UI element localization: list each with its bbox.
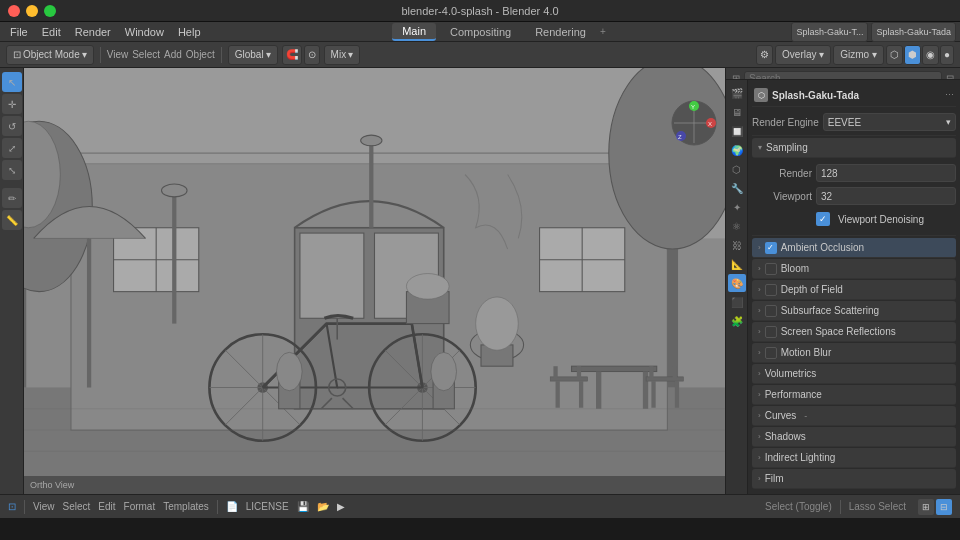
prop-icon-particles[interactable]: ✦ — [728, 198, 746, 216]
status-editor-icon[interactable]: ⊡ — [8, 501, 16, 512]
mix-selector[interactable]: Mix ▾ — [324, 45, 361, 65]
prop-icon-render[interactable]: 🎨 — [728, 274, 746, 292]
prop-icon-modifier[interactable]: 🔧 — [728, 179, 746, 197]
viewport[interactable]: X Y Z Ortho View — [24, 68, 725, 494]
vol-arrow: › — [758, 369, 761, 378]
menu-file[interactable]: File — [4, 24, 34, 40]
select-label[interactable]: Select — [132, 49, 160, 60]
workspace-btn-2[interactable]: Splash-Gaku-Tada — [871, 22, 956, 42]
tool-annotate[interactable]: ✏ — [2, 188, 22, 208]
ambient-occlusion-header[interactable]: › ✓ Ambient Occlusion — [752, 238, 956, 258]
film-header[interactable]: › Film — [752, 469, 956, 489]
render-samples-field[interactable]: 128 — [816, 164, 956, 182]
menu-help[interactable]: Help — [172, 24, 207, 40]
bloom-checkbox[interactable] — [765, 263, 777, 275]
mix-label: Mix — [331, 49, 347, 60]
tool-move[interactable]: ✛ — [2, 94, 22, 114]
prop-icon-world[interactable]: 🌍 — [728, 141, 746, 159]
tab-compositing[interactable]: Compositing — [440, 24, 521, 40]
ao-arrow: › — [758, 243, 761, 252]
outliner-filter-icon[interactable]: ⊟ — [946, 73, 954, 80]
maximize-button[interactable] — [44, 5, 56, 17]
curves-header[interactable]: › Curves - — [752, 406, 956, 426]
bloom-header[interactable]: › Bloom — [752, 259, 956, 279]
tool-measure[interactable]: 📏 — [2, 210, 22, 230]
window-controls[interactable] — [8, 5, 56, 17]
tab-add[interactable]: + — [600, 26, 606, 37]
menu-edit[interactable]: Edit — [36, 24, 67, 40]
status-open-icon[interactable]: 📂 — [317, 501, 329, 512]
proportional-btn[interactable]: ⊙ — [304, 45, 320, 65]
tab-main[interactable]: Main — [392, 23, 436, 41]
close-button[interactable] — [8, 5, 20, 17]
shading-render[interactable]: ● — [940, 45, 954, 65]
prop-more-icon[interactable]: ⋯ — [945, 90, 954, 100]
tool-cursor[interactable]: ↖ — [2, 72, 22, 92]
layout-btn-1[interactable]: ⊞ — [918, 499, 934, 515]
status-play-icon[interactable]: ▶ — [337, 501, 345, 512]
status-templates-label: Templates — [163, 501, 209, 512]
status-save-icon[interactable]: 💾 — [297, 501, 309, 512]
tool-rotate[interactable]: ↺ — [2, 116, 22, 136]
prop-icon-physics[interactable]: ⚛ — [728, 217, 746, 235]
transform-selector[interactable]: Global ▾ — [228, 45, 278, 65]
minimize-button[interactable] — [26, 5, 38, 17]
render-engine-field[interactable]: EEVEE ▾ — [823, 113, 956, 131]
mode-selector[interactable]: ⊡ Object Mode ▾ — [6, 45, 94, 65]
svg-rect-54 — [675, 381, 679, 408]
tab-rendering[interactable]: Rendering — [525, 24, 596, 40]
ssr-checkbox[interactable] — [765, 326, 777, 338]
view-options[interactable]: ⚙ — [756, 45, 773, 65]
dof-checkbox[interactable] — [765, 284, 777, 296]
mb-checkbox[interactable] — [765, 347, 777, 359]
gizmo-btn[interactable]: Gizmo ▾ — [833, 45, 884, 65]
shading-solid[interactable]: ⬢ — [904, 45, 921, 65]
view-label[interactable]: View — [107, 49, 129, 60]
ao-checkbox[interactable]: ✓ — [765, 242, 777, 254]
svg-rect-55 — [649, 366, 653, 379]
svg-rect-6 — [300, 233, 364, 318]
prop-icon-constraints[interactable]: ⛓ — [728, 236, 746, 254]
overlay-btn[interactable]: Overlay ▾ — [775, 45, 831, 65]
workspace-btn-1[interactable]: Splash-Gaku-T... — [791, 22, 868, 42]
menu-render[interactable]: Render — [69, 24, 117, 40]
prop-icon-output[interactable]: 🖥 — [728, 103, 746, 121]
menu-window[interactable]: Window — [119, 24, 170, 40]
perf-label: Performance — [765, 389, 822, 400]
motion-blur-header[interactable]: › Motion Blur — [752, 343, 956, 363]
outliner-icon: ⊞ — [732, 73, 740, 80]
shadows-label: Shadows — [765, 431, 806, 442]
indirect-lighting-header[interactable]: › Indirect Lighting — [752, 448, 956, 468]
curves-label: Curves — [765, 410, 797, 421]
prop-icon-material[interactable]: ⬛ — [728, 293, 746, 311]
add-label[interactable]: Add — [164, 49, 182, 60]
navigation-gizmo[interactable]: X Y Z — [669, 98, 719, 148]
viewport-samples-field[interactable]: 32 — [816, 187, 956, 205]
depth-of-field-header[interactable]: › Depth of Field — [752, 280, 956, 300]
snap-btn[interactable]: 🧲 — [282, 45, 302, 65]
il-arrow: › — [758, 453, 761, 462]
tool-scale[interactable]: ⤢ — [2, 138, 22, 158]
prop-icon-shader[interactable]: 🧩 — [728, 312, 746, 330]
ssr-header[interactable]: › Screen Space Reflections — [752, 322, 956, 342]
object-label[interactable]: Object — [186, 49, 215, 60]
outliner-search-input[interactable] — [744, 71, 942, 81]
shading-material[interactable]: ◉ — [922, 45, 939, 65]
shadows-header[interactable]: › Shadows — [752, 427, 956, 447]
divider-2 — [752, 235, 956, 236]
performance-header[interactable]: › Performance — [752, 385, 956, 405]
volumetrics-header[interactable]: › Volumetrics — [752, 364, 956, 384]
denoising-checkbox[interactable]: ✓ — [816, 212, 830, 226]
prop-icon-object[interactable]: ⬡ — [728, 160, 746, 178]
layout-btn-2[interactable]: ⊟ — [936, 499, 952, 515]
prop-icon-view-layer[interactable]: 🔲 — [728, 122, 746, 140]
prop-icon-data[interactable]: 📐 — [728, 255, 746, 273]
prop-icon-scene[interactable]: 🎬 — [728, 84, 746, 102]
sampling-header[interactable]: ▾ Sampling — [752, 138, 956, 158]
prop-layout: 🎬 🖥 🔲 🌍 ⬡ 🔧 ✦ ⚛ ⛓ 📐 🎨 ⬛ 🧩 ⬡ Splash-G — [726, 80, 960, 494]
subsurface-header[interactable]: › Subsurface Scattering — [752, 301, 956, 321]
ss-checkbox[interactable] — [765, 305, 777, 317]
shading-wireframe[interactable]: ⬡ — [886, 45, 903, 65]
svg-rect-53 — [651, 381, 655, 408]
tool-transform[interactable]: ⤡ — [2, 160, 22, 180]
